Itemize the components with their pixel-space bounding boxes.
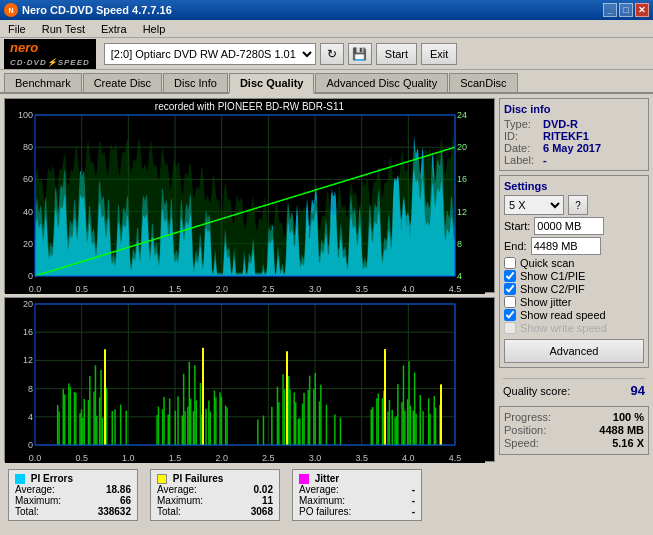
app-icon: N <box>4 3 18 17</box>
close-button[interactable]: ✕ <box>635 3 649 17</box>
legend-pi-failures: PI Failures Average:0.02 Maximum:11 Tota… <box>150 469 280 521</box>
bottom-chart <box>4 297 495 462</box>
maximize-button[interactable]: □ <box>619 3 633 17</box>
disc-id-row: ID: RITEKF1 <box>504 130 644 142</box>
tab-scan-disc[interactable]: ScanDisc <box>449 73 517 92</box>
disc-type-row: Type: DVD-R <box>504 118 644 130</box>
menu-run-test[interactable]: Run Test <box>38 22 89 36</box>
quality-row: Quality score: 94 <box>503 378 645 398</box>
speed-info-icon[interactable]: ? <box>568 195 588 215</box>
quality-label: Quality score: <box>503 385 570 397</box>
title-bar: N Nero CD-DVD Speed 4.7.7.16 _ □ ✕ <box>0 0 653 20</box>
jitter-avg: Average:- <box>299 484 415 495</box>
disc-info-section: Disc info Type: DVD-R ID: RITEKF1 Date: … <box>499 98 649 171</box>
show-write-speed-row: Show write speed <box>504 322 644 334</box>
end-input[interactable] <box>531 237 601 255</box>
show-jitter-checkbox[interactable] <box>504 296 516 308</box>
show-read-speed-label: Show read speed <box>520 309 606 321</box>
quality-section: Quality score: 94 <box>499 372 649 400</box>
title-bar-left: N Nero CD-DVD Speed 4.7.7.16 <box>4 3 172 17</box>
show-c2pif-checkbox[interactable] <box>504 283 516 295</box>
end-label: End: <box>504 240 527 252</box>
toolbar: nero CD·DVD⚡SPEED [2:0] Optiarc DVD RW A… <box>0 38 653 70</box>
tab-disc-info[interactable]: Disc Info <box>163 73 228 92</box>
show-c2pif-label: Show C2/PIF <box>520 283 585 295</box>
legend-pi-errors: PI Errors Average:18.86 Maximum:66 Total… <box>8 469 138 521</box>
quality-score: 94 <box>631 383 645 398</box>
pi-failures-total: Total:3068 <box>157 506 273 517</box>
show-read-speed-checkbox[interactable] <box>504 309 516 321</box>
show-jitter-label: Show jitter <box>520 296 571 308</box>
pi-errors-total: Total:338632 <box>15 506 131 517</box>
menu-file[interactable]: File <box>4 22 30 36</box>
legend-jitter: Jitter Average:- Maximum:- PO failures:- <box>292 469 422 521</box>
show-c1pie-checkbox[interactable] <box>504 270 516 282</box>
speed-selector[interactable]: 5 X 1 X 2 X 4 X 8 X <box>504 195 564 215</box>
tab-disc-quality[interactable]: Disc Quality <box>229 73 315 94</box>
jitter-title: Jitter <box>299 473 415 484</box>
window-title: Nero CD-DVD Speed 4.7.7.16 <box>22 4 172 16</box>
disc-info-title: Disc info <box>504 103 644 115</box>
chart-title: recorded with PIONEER BD-RW BDR-S11 <box>155 101 344 112</box>
progress-section: Progress: 100 % Position: 4488 MB Speed:… <box>499 406 649 455</box>
settings-section: Settings 5 X 1 X 2 X 4 X 8 X ? Start: En… <box>499 175 649 368</box>
menu-extra[interactable]: Extra <box>97 22 131 36</box>
start-row: Start: <box>504 217 644 235</box>
quick-scan-checkbox[interactable] <box>504 257 516 269</box>
advanced-button[interactable]: Advanced <box>504 339 644 363</box>
tab-benchmark[interactable]: Benchmark <box>4 73 82 92</box>
pi-failures-avg: Average:0.02 <box>157 484 273 495</box>
quick-scan-row: Quick scan <box>504 257 644 269</box>
pi-errors-avg: Average:18.86 <box>15 484 131 495</box>
disc-date-row: Date: 6 May 2017 <box>504 142 644 154</box>
main-content: recorded with PIONEER BD-RW BDR-S11 PI E… <box>0 94 653 533</box>
right-panel: Disc info Type: DVD-R ID: RITEKF1 Date: … <box>499 98 649 529</box>
nero-logo: nero CD·DVD⚡SPEED <box>4 39 96 69</box>
minimize-button[interactable]: _ <box>603 3 617 17</box>
speed-row-prog: Speed: 5.16 X <box>504 437 644 449</box>
show-c1pie-label: Show C1/PIE <box>520 270 585 282</box>
progress-row: Progress: 100 % <box>504 411 644 423</box>
legend-bar: PI Errors Average:18.86 Maximum:66 Total… <box>4 466 495 524</box>
tab-create-disc[interactable]: Create Disc <box>83 73 162 92</box>
show-write-speed-checkbox[interactable] <box>504 322 516 334</box>
exit-button[interactable]: Exit <box>421 43 457 65</box>
menu-bar: File Run Test Extra Help <box>0 20 653 38</box>
charts-area: recorded with PIONEER BD-RW BDR-S11 PI E… <box>4 98 495 529</box>
end-row: End: <box>504 237 644 255</box>
pi-failures-max: Maximum:11 <box>157 495 273 506</box>
menu-help[interactable]: Help <box>139 22 170 36</box>
pi-errors-title: PI Errors <box>15 473 131 484</box>
speed-row: 5 X 1 X 2 X 4 X 8 X ? <box>504 195 644 215</box>
show-write-speed-label: Show write speed <box>520 322 607 334</box>
jitter-max: Maximum:- <box>299 495 415 506</box>
start-label: Start: <box>504 220 530 232</box>
show-c1pie-row: Show C1/PIE <box>504 270 644 282</box>
title-controls[interactable]: _ □ ✕ <box>603 3 649 17</box>
start-button[interactable]: Start <box>376 43 417 65</box>
top-chart: recorded with PIONEER BD-RW BDR-S11 <box>4 98 495 293</box>
tab-bar: Benchmark Create Disc Disc Info Disc Qua… <box>0 70 653 94</box>
settings-title: Settings <box>504 180 644 192</box>
start-input[interactable] <box>534 217 604 235</box>
disc-label-row: Label: - <box>504 154 644 166</box>
tab-advanced-disc-quality[interactable]: Advanced Disc Quality <box>315 73 448 92</box>
refresh-icon-button[interactable]: ↻ <box>320 43 344 65</box>
drive-selector[interactable]: [2:0] Optiarc DVD RW AD-7280S 1.01 <box>104 43 316 65</box>
save-icon-button[interactable]: 💾 <box>348 43 372 65</box>
show-jitter-row: Show jitter <box>504 296 644 308</box>
position-row: Position: 4488 MB <box>504 424 644 436</box>
quick-scan-label: Quick scan <box>520 257 574 269</box>
show-c2pif-row: Show C2/PIF <box>504 283 644 295</box>
pi-errors-max: Maximum:66 <box>15 495 131 506</box>
jitter-po-failures: PO failures:- <box>299 506 415 517</box>
show-read-speed-row: Show read speed <box>504 309 644 321</box>
pi-failures-title: PI Failures <box>157 473 273 484</box>
